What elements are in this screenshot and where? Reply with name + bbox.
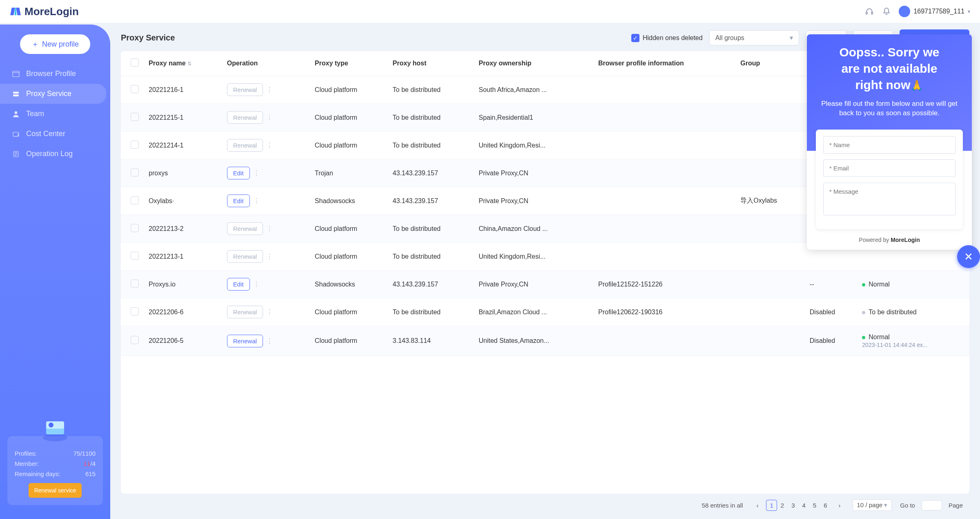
goto-input[interactable] (922, 500, 942, 510)
sidebar-item-proxy-service[interactable]: Proxy Service (0, 84, 106, 104)
operation-button[interactable]: Renewal (227, 222, 263, 235)
cell-info (593, 76, 735, 104)
renewal-service-button[interactable]: Renewal service (29, 483, 82, 498)
sidebar-item-operation-log[interactable]: Operation Log (0, 144, 110, 164)
cell-type: Cloud platform (310, 132, 388, 159)
new-profile-label: New profile (42, 40, 79, 49)
bell-icon[interactable] (882, 7, 891, 16)
pray-emoji: 🙏 (910, 79, 923, 92)
hidden-deleted-toggle[interactable]: ✓ Hidden ones deleted (631, 34, 703, 42)
user-menu[interactable]: 1697177589_111 ▾ (899, 6, 970, 17)
cell-owner: United Kingdom,Resi... (474, 132, 593, 159)
row-checkbox[interactable] (131, 336, 139, 344)
svg-rect-1 (871, 12, 873, 14)
cell-owner: Spain,Residential1 (474, 104, 593, 132)
member-current: 11 (84, 460, 91, 467)
row-checkbox[interactable] (131, 168, 139, 177)
more-icon[interactable]: ⋮ (250, 197, 263, 204)
sidebar-item-browser-profile[interactable]: Browser Profile (0, 64, 110, 84)
row-checkbox[interactable] (131, 252, 139, 260)
cell-owner: South Africa,Amazon ... (474, 76, 593, 104)
svg-rect-5 (13, 94, 19, 96)
more-icon[interactable]: ⋮ (263, 114, 276, 121)
operation-button[interactable]: Renewal (227, 335, 263, 347)
table-row: Proxys.ioEdit⋮Shadowsocks43.143.239.157P… (121, 271, 969, 298)
more-icon[interactable]: ⋮ (263, 142, 276, 149)
pager-page[interactable]: 6 (820, 500, 831, 511)
status-text: To be distributed (869, 309, 916, 315)
plus-icon: ＋ (31, 39, 39, 49)
file-icon (12, 150, 20, 158)
cell-note: Disabled (805, 326, 858, 356)
col-browser-info: Browser profile information (593, 51, 735, 76)
group-select-label: All groups (715, 34, 744, 42)
row-checkbox[interactable] (131, 113, 139, 121)
pager-next[interactable]: › (835, 500, 844, 511)
chat-close-button[interactable]: ✕ (957, 245, 980, 268)
cell-info (593, 187, 735, 215)
cell-type: Shadowsocks (310, 187, 388, 215)
pager-page[interactable]: 3 (788, 500, 798, 511)
operation-button[interactable]: Renewal (227, 139, 263, 152)
close-icon: ✕ (964, 251, 973, 263)
chevron-down-icon: ▾ (968, 9, 970, 14)
cell-host: 43.143.239.157 (388, 271, 474, 298)
cell-group (735, 159, 805, 187)
cell-info (593, 215, 735, 243)
cell-info (593, 132, 735, 159)
sidebar-item-cost-center[interactable]: Cost Center (0, 124, 110, 144)
select-all-checkbox[interactable] (131, 58, 139, 67)
cell-name: Proxys.io (144, 271, 222, 298)
row-checkbox[interactable] (131, 280, 139, 288)
more-icon[interactable]: ⋮ (263, 338, 276, 345)
operation-button[interactable]: Edit (227, 278, 250, 291)
operation-button[interactable]: Renewal (227, 83, 263, 96)
pager-total: 58 entries in all (702, 502, 743, 509)
pager-prev[interactable]: ‹ (753, 500, 762, 511)
row-checkbox[interactable] (131, 307, 139, 315)
cell-host: To be distributed (388, 76, 474, 104)
cell-type: Cloud platform (310, 326, 388, 356)
operation-button[interactable]: Edit (227, 167, 250, 179)
col-proxy-name[interactable]: Proxy name⇅ (144, 51, 222, 76)
pager-page[interactable]: 5 (809, 500, 820, 511)
new-profile-button[interactable]: ＋ New profile (20, 34, 90, 54)
chat-message-input[interactable] (823, 183, 956, 215)
per-page-select[interactable]: 10 / page ▾ (853, 499, 892, 511)
more-icon[interactable]: ⋮ (250, 170, 263, 177)
profiles-label: Profiles: (15, 450, 37, 457)
operation-button[interactable]: Edit (227, 195, 250, 207)
operation-button[interactable]: Renewal (227, 306, 263, 318)
hidden-deleted-label: Hidden ones deleted (643, 34, 703, 42)
cell-host: To be distributed (388, 243, 474, 271)
chat-title: Oopss.. Sorry we are not available right… (817, 44, 962, 93)
more-icon[interactable]: ⋮ (263, 86, 276, 93)
cell-owner: Private Proxy,CN (474, 159, 593, 187)
pager-page[interactable]: 4 (799, 500, 809, 511)
operation-button[interactable]: Renewal (227, 250, 263, 263)
chat-name-input[interactable] (823, 136, 956, 154)
headset-icon[interactable] (864, 7, 874, 16)
pager-page[interactable]: 1 (766, 500, 777, 511)
col-operation: Operation (222, 51, 310, 76)
cell-status: Normal (857, 271, 969, 298)
sidebar-item-team[interactable]: Team (0, 104, 110, 124)
col-proxy-host: Proxy host (388, 51, 474, 76)
row-checkbox[interactable] (131, 85, 139, 93)
chat-email-input[interactable] (823, 159, 956, 177)
more-icon[interactable]: ⋮ (250, 281, 263, 288)
row-checkbox[interactable] (131, 224, 139, 232)
cell-owner: United States,Amazon... (474, 326, 593, 356)
pager-page[interactable]: 2 (777, 500, 788, 511)
more-icon[interactable]: ⋮ (263, 225, 276, 232)
operation-button[interactable]: Renewal (227, 111, 263, 124)
group-select[interactable]: All groups ▾ (709, 30, 799, 45)
row-checkbox[interactable] (131, 196, 139, 204)
more-icon[interactable]: ⋮ (263, 253, 276, 260)
row-checkbox[interactable] (131, 141, 139, 149)
more-icon[interactable]: ⋮ (263, 309, 276, 315)
chat-subtitle: Please fill out the form below and we wi… (817, 99, 962, 119)
sidebar-item-label: Cost Center (26, 130, 65, 138)
profiles-value: 75/1100 (74, 450, 96, 457)
status-text: Normal (869, 281, 890, 288)
